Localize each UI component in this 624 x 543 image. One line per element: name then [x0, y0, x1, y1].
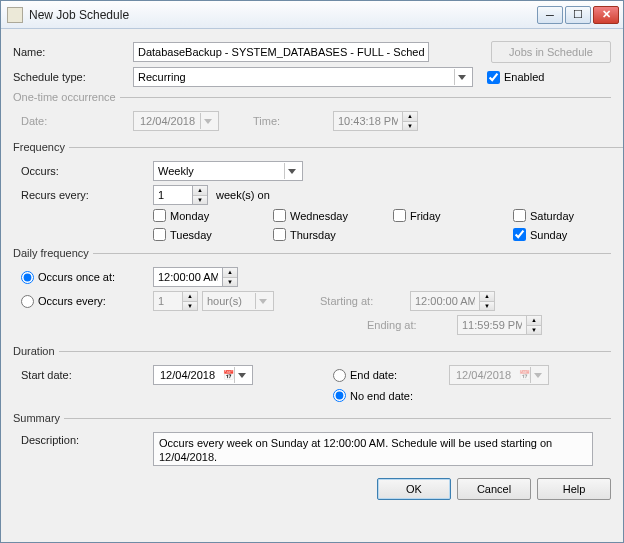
frequency-legend: Frequency [13, 141, 69, 153]
occurs-once-value[interactable] [153, 267, 223, 287]
schedule-type-combo[interactable]: Recurring [133, 67, 473, 87]
tuesday-checkbox[interactable]: Tuesday [153, 228, 273, 241]
window-controls: ─ ☐ ✕ [537, 6, 619, 24]
summary-group: Summary Description: Occurs every week o… [13, 412, 611, 472]
schedule-type-label: Schedule type: [13, 71, 133, 83]
start-date-label: Start date: [21, 369, 153, 381]
occurs-once-radio[interactable]: Occurs once at: [21, 271, 153, 284]
occurs-every-value [153, 291, 183, 311]
recurs-unit: week(s) on [216, 189, 270, 201]
close-button[interactable]: ✕ [593, 6, 619, 24]
window-title: New Job Schedule [29, 8, 537, 22]
spin-buttons[interactable]: ▲▼ [223, 267, 238, 287]
ending-at-value [457, 315, 527, 335]
occurs-every-spin: ▲▼ [153, 291, 198, 311]
day-grid: Monday Wednesday Friday Saturday Tuesday… [153, 209, 623, 241]
dialog-footer: OK Cancel Help [13, 474, 611, 500]
one-time-date-picker: 12/04/2018 [133, 111, 219, 131]
wednesday-checkbox[interactable]: Wednesday [273, 209, 393, 222]
enabled-label: Enabled [504, 71, 544, 83]
duration-legend: Duration [13, 345, 59, 357]
chevron-down-icon [200, 113, 214, 129]
schedule-type-row: Schedule type: Recurring Enabled [13, 67, 611, 87]
no-end-date-radio[interactable]: No end date: [333, 389, 413, 402]
occurs-label: Occurs: [21, 165, 153, 177]
one-time-date-label: Date: [21, 115, 133, 127]
end-date-picker: 12/04/2018 📅 [449, 365, 549, 385]
spin-buttons: ▲▼ [527, 315, 542, 335]
chevron-down-icon [234, 367, 248, 383]
ok-button[interactable]: OK [377, 478, 451, 500]
description-text[interactable]: Occurs every week on Sunday at 12:00:00 … [153, 432, 593, 466]
frequency-group: Frequency Occurs: Weekly Recurs every: ▲… [13, 141, 623, 243]
one-time-time-value [333, 111, 403, 131]
app-icon [7, 7, 23, 23]
description-label: Description: [21, 432, 153, 446]
one-time-group: One-time occurrence Date: 12/04/2018 Tim… [13, 91, 611, 137]
chevron-down-icon [255, 293, 269, 309]
title-bar: New Job Schedule ─ ☐ ✕ [1, 1, 623, 29]
chevron-down-icon [454, 69, 468, 85]
saturday-checkbox[interactable]: Saturday [513, 209, 623, 222]
monday-checkbox[interactable]: Monday [153, 209, 273, 222]
spin-buttons: ▲▼ [183, 291, 198, 311]
name-input[interactable] [133, 42, 429, 62]
summary-legend: Summary [13, 412, 64, 424]
enabled-check-input[interactable] [487, 71, 500, 84]
enabled-checkbox[interactable]: Enabled [487, 71, 544, 84]
one-time-time-label: Time: [253, 115, 333, 127]
duration-group: Duration Start date: 12/04/2018 📅 End da… [13, 345, 611, 408]
daily-frequency-legend: Daily frequency [13, 247, 93, 259]
help-button[interactable]: Help [537, 478, 611, 500]
name-row: Name: Jobs in Schedule [13, 41, 611, 63]
minimize-button[interactable]: ─ [537, 6, 563, 24]
spin-buttons[interactable]: ▲▼ [193, 185, 208, 205]
recurs-value-spin[interactable]: ▲▼ [153, 185, 208, 205]
one-time-time-spin: ▲▼ [333, 111, 418, 131]
occurs-every-radio[interactable]: Occurs every: [21, 295, 153, 308]
dialog-window: New Job Schedule ─ ☐ ✕ Name: Jobs in Sch… [0, 0, 624, 543]
content-area: Name: Jobs in Schedule Schedule type: Re… [1, 29, 623, 542]
schedule-type-value: Recurring [138, 71, 186, 83]
start-date-picker[interactable]: 12/04/2018 📅 [153, 365, 253, 385]
spin-buttons: ▲▼ [480, 291, 495, 311]
maximize-button[interactable]: ☐ [565, 6, 591, 24]
ending-at-label: Ending at: [367, 319, 457, 331]
occurs-every-unit-combo: hour(s) [202, 291, 274, 311]
ending-at-spin: ▲▼ [457, 315, 542, 335]
friday-checkbox[interactable]: Friday [393, 209, 513, 222]
starting-at-spin: ▲▼ [410, 291, 495, 311]
chevron-down-icon [284, 163, 298, 179]
cancel-button[interactable]: Cancel [457, 478, 531, 500]
chevron-down-icon [530, 367, 544, 383]
one-time-legend: One-time occurrence [13, 91, 120, 103]
occurs-value: Weekly [158, 165, 194, 177]
name-label: Name: [13, 46, 133, 58]
daily-frequency-group: Daily frequency Occurs once at: ▲▼ Occur… [13, 247, 611, 341]
thursday-checkbox[interactable]: Thursday [273, 228, 393, 241]
one-time-date-value: 12/04/2018 [138, 115, 200, 127]
end-date-radio[interactable]: End date: [333, 369, 449, 382]
recurs-label: Recurs every: [21, 189, 153, 201]
occurs-once-spin[interactable]: ▲▼ [153, 267, 238, 287]
starting-at-value [410, 291, 480, 311]
occurs-combo[interactable]: Weekly [153, 161, 303, 181]
spin-buttons: ▲▼ [403, 111, 418, 131]
sunday-checkbox[interactable]: Sunday [513, 228, 623, 241]
starting-at-label: Starting at: [320, 295, 410, 307]
jobs-in-schedule-button: Jobs in Schedule [491, 41, 611, 63]
recurs-value-input[interactable] [153, 185, 193, 205]
